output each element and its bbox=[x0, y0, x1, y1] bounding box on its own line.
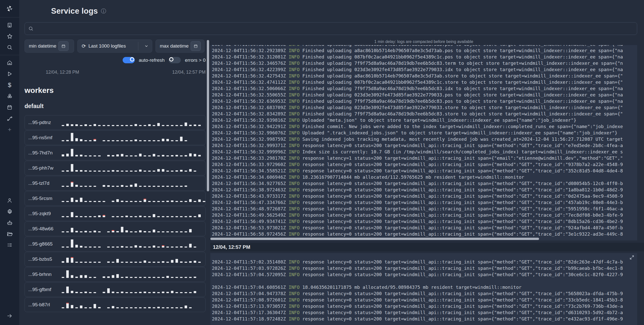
variables-dollar-icon[interactable]: $ bbox=[0, 79, 19, 91]
calendar-icon[interactable] bbox=[58, 41, 69, 51]
worker-name: ...95-bzbs5 bbox=[28, 256, 62, 262]
worker-row[interactable]: ...95-brhnn bbox=[25, 267, 206, 282]
worker-list: ...95-pdtnz...95-ns5mf...95-7hd7n...95-p… bbox=[25, 115, 206, 325]
expand-icon[interactable] bbox=[629, 255, 635, 260]
log-line: 2024-12-04T11:56:32.683709Z INFO Finishe… bbox=[212, 104, 637, 111]
log-line bbox=[212, 278, 637, 284]
expand-sidebar-arrow-icon[interactable] bbox=[0, 310, 19, 321]
search-icon[interactable] bbox=[0, 42, 19, 53]
log-line: 2024-12-04T11:57:03.972826Z INFO respons… bbox=[212, 265, 637, 271]
workers-heading: workers bbox=[25, 86, 206, 95]
sidebar-divider bbox=[0, 55, 19, 55]
chevron-down-icon[interactable] bbox=[141, 44, 152, 48]
flows-route-icon[interactable] bbox=[0, 113, 19, 124]
worker-activity-sparkline bbox=[62, 208, 202, 219]
errors-label: errors > 0 bbox=[185, 57, 206, 63]
worker-name: ...95-pdtnz bbox=[28, 120, 62, 125]
min-datetime-picker[interactable]: min datetime bbox=[25, 39, 74, 53]
worker-activity-sparkline bbox=[62, 253, 202, 265]
max-datetime-picker[interactable]: max datetime bbox=[156, 39, 205, 53]
worker-name: ...95-ns5mf bbox=[28, 135, 62, 140]
log-line: 2024-12-04T11:56:43.973317Z INFO respons… bbox=[212, 193, 637, 199]
log-line: 2024-12-04T11:57:13.973057Z INFO respons… bbox=[212, 303, 637, 309]
min-datetime-label: min datetime bbox=[29, 43, 56, 49]
worker-row[interactable]: ...95-zqkt9 bbox=[25, 206, 206, 221]
runs-play-icon[interactable] bbox=[0, 68, 19, 79]
worker-row[interactable]: ...95-bzbs5 bbox=[25, 252, 206, 267]
worker-row[interactable]: ...95-g8665 bbox=[25, 237, 206, 251]
page-title: Service logs bbox=[51, 7, 98, 16]
worker-name: ...95-tzl7d bbox=[28, 180, 62, 186]
log-line: 2024-12-04T11:57:17.363047Z INFO respons… bbox=[212, 309, 637, 316]
windmill-logo-icon[interactable] bbox=[0, 2, 19, 15]
errors-toggle[interactable] bbox=[169, 57, 181, 63]
log-line: 2024-12-04T11:56:34.927765Z INFO respons… bbox=[212, 180, 637, 187]
workers-scrollbar[interactable] bbox=[207, 39, 209, 325]
log-line: 2024-12-04T11:56:32.834289Z INFO Finishe… bbox=[212, 111, 637, 117]
worker-group-heading: default bbox=[25, 103, 206, 110]
worker-activity-sparkline bbox=[62, 299, 202, 311]
log-line: 2024-12-04T11:56:33.298170Z INFO respons… bbox=[212, 155, 637, 161]
folders-icon[interactable] bbox=[0, 228, 19, 239]
horizontal-scrollbar[interactable] bbox=[210, 238, 539, 240]
log-line: 2024-12-04T11:56:32.312081Z INFO Finishe… bbox=[212, 54, 637, 60]
worker-activity-sparkline bbox=[62, 162, 202, 174]
worker-row[interactable]: ...95-pdtnz bbox=[25, 115, 206, 130]
worker-activity-sparkline bbox=[62, 269, 202, 280]
log-line: 2024-12-04T11:56:32.506066Z INFO Finishe… bbox=[212, 85, 637, 92]
log-line: 2024-12-04T11:56:32.292389Z INFO Finishe… bbox=[212, 47, 637, 54]
info-icon[interactable]: ⓘ bbox=[101, 8, 106, 15]
log-line: 2024-12-04T11:56:32.996076Z INFO Uploade… bbox=[212, 130, 637, 136]
range-end-time: 12/04, 12:57 PM bbox=[172, 70, 206, 75]
resources-cubes-icon[interactable] bbox=[0, 91, 19, 102]
user-person-icon[interactable] bbox=[0, 195, 19, 206]
log-line: 2024-12-04T11:56:48.972687Z INFO respons… bbox=[212, 206, 637, 212]
worker-row[interactable]: ...95-48w66 bbox=[25, 221, 206, 236]
worker-row[interactable]: ...95-ns5mf bbox=[25, 130, 206, 145]
settings-gear-icon[interactable] bbox=[0, 206, 19, 217]
add-plus-icon[interactable]: + bbox=[0, 124, 19, 135]
calendar-icon[interactable] bbox=[191, 41, 201, 51]
favorites-star-icon[interactable] bbox=[0, 31, 19, 42]
home-icon[interactable] bbox=[0, 57, 19, 68]
workspace-building-icon[interactable] bbox=[0, 19, 19, 31]
worker-row[interactable]: ...95-b87rl bbox=[25, 297, 206, 312]
worker-activity-sparkline bbox=[62, 132, 202, 144]
sidebar: $ + bbox=[0, 0, 19, 325]
refresh-icon: ⟳ bbox=[82, 43, 86, 49]
log-line: 2024-12-04T11:56:32.939816Z INFO Uploade… bbox=[212, 117, 637, 123]
log-line: 2024-12-04T11:56:33.972960Z INFO respons… bbox=[212, 161, 637, 168]
worker-activity-sparkline bbox=[62, 223, 202, 235]
log-line: 2024-12-04T11:56:49.562549Z INFO respons… bbox=[212, 212, 637, 218]
auto-refresh-toggle[interactable] bbox=[123, 57, 135, 63]
worker-name: ...95-b87rl bbox=[28, 302, 62, 308]
ai-robot-icon[interactable] bbox=[0, 217, 19, 228]
worker-row[interactable]: ...95-gfbmf bbox=[25, 282, 206, 297]
worker-row[interactable]: ...95-phh7w bbox=[25, 161, 206, 175]
worker-name: ...95-5rcsm bbox=[28, 196, 62, 201]
log-viewer-bottom[interactable]: 2024-12-04T11:57:02.351480Z INFO respons… bbox=[210, 253, 637, 325]
log-line: 2024-12-04T11:56:32.998759Z INFO Saving … bbox=[212, 136, 637, 142]
worker-activity-sparkline bbox=[62, 177, 202, 189]
worker-name: ...95-7hd7n bbox=[28, 150, 62, 156]
log-line: 2024-12-04T11:56:32.346576Z INFO Finishe… bbox=[212, 60, 637, 66]
service-logs-list-icon[interactable] bbox=[0, 239, 19, 251]
log-viewer-top[interactable]: 2024-12-04T11:56:32.292389Z INFO Finishe… bbox=[210, 45, 637, 240]
log-line: 2024-12-04T11:56:47.334766Z INFO respons… bbox=[212, 199, 637, 206]
worker-row[interactable]: ...95-tzl7d bbox=[25, 176, 206, 191]
worker-activity-sparkline bbox=[62, 193, 205, 204]
range-start-time: 12/04, 12:28 PM bbox=[46, 70, 79, 75]
worker-name: ...95-gfbmf bbox=[28, 287, 62, 292]
log-line: 2024-12-04T11:56:32.999996Z INFO Index s… bbox=[212, 149, 637, 155]
worker-row[interactable]: ...95-7hd7n bbox=[25, 146, 206, 160]
worker-activity-sparkline bbox=[62, 117, 202, 128]
schedules-calendar-icon[interactable] bbox=[0, 102, 19, 113]
log-line: 2024-12-04T11:56:32.474112Z INFO Finishe… bbox=[212, 79, 637, 85]
worker-name: ...95-48w66 bbox=[28, 226, 62, 232]
log-line: 2024-12-04T11:57:18.972482Z INFO respons… bbox=[212, 316, 637, 322]
log-line: 2024-12-04T11:56:38.972463Z INFO respons… bbox=[212, 187, 637, 193]
search-input[interactable] bbox=[36, 26, 633, 31]
logfiles-select[interactable]: ⟳ Last 1000 logfiles bbox=[77, 39, 152, 53]
log-line: 2024-12-04T11:56:32.422399Z INFO Finishe… bbox=[212, 66, 637, 73]
worker-row[interactable]: ...95-5rcsm bbox=[25, 191, 206, 206]
